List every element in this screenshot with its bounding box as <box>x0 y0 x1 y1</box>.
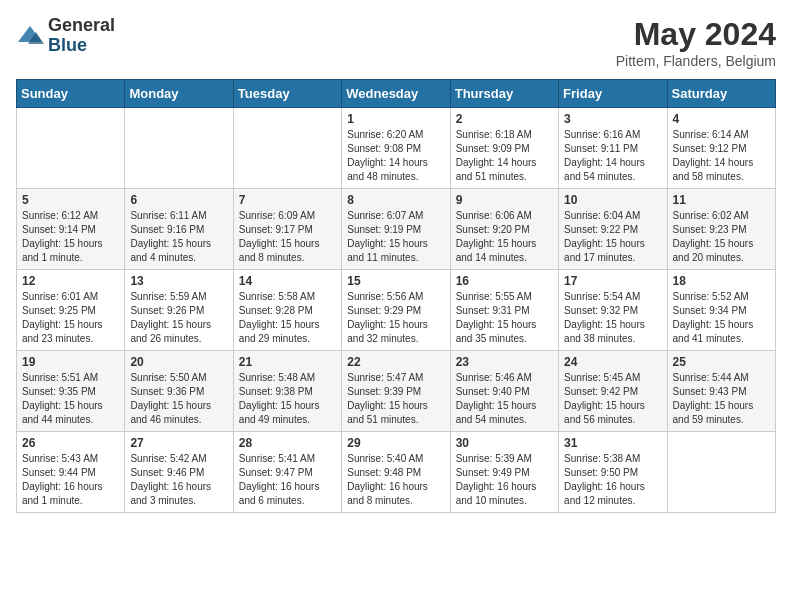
calendar-day-8: 8Sunrise: 6:07 AM Sunset: 9:19 PM Daylig… <box>342 189 450 270</box>
calendar-day-22: 22Sunrise: 5:47 AM Sunset: 9:39 PM Dayli… <box>342 351 450 432</box>
calendar-day-3: 3Sunrise: 6:16 AM Sunset: 9:11 PM Daylig… <box>559 108 667 189</box>
day-content: Sunrise: 6:01 AM Sunset: 9:25 PM Dayligh… <box>22 290 119 346</box>
day-number: 15 <box>347 274 444 288</box>
calendar-day-5: 5Sunrise: 6:12 AM Sunset: 9:14 PM Daylig… <box>17 189 125 270</box>
logo-text: General Blue <box>48 16 115 56</box>
calendar-table: SundayMondayTuesdayWednesdayThursdayFrid… <box>16 79 776 513</box>
day-content: Sunrise: 5:47 AM Sunset: 9:39 PM Dayligh… <box>347 371 444 427</box>
day-header-friday: Friday <box>559 80 667 108</box>
day-number: 24 <box>564 355 661 369</box>
calendar-day-4: 4Sunrise: 6:14 AM Sunset: 9:12 PM Daylig… <box>667 108 775 189</box>
day-number: 7 <box>239 193 336 207</box>
calendar-empty-cell <box>233 108 341 189</box>
title-block: May 2024 Pittem, Flanders, Belgium <box>616 16 776 69</box>
day-content: Sunrise: 5:54 AM Sunset: 9:32 PM Dayligh… <box>564 290 661 346</box>
calendar-empty-cell <box>667 432 775 513</box>
calendar-day-17: 17Sunrise: 5:54 AM Sunset: 9:32 PM Dayli… <box>559 270 667 351</box>
day-number: 23 <box>456 355 553 369</box>
day-content: Sunrise: 6:04 AM Sunset: 9:22 PM Dayligh… <box>564 209 661 265</box>
day-number: 9 <box>456 193 553 207</box>
calendar-day-6: 6Sunrise: 6:11 AM Sunset: 9:16 PM Daylig… <box>125 189 233 270</box>
day-header-tuesday: Tuesday <box>233 80 341 108</box>
day-content: Sunrise: 5:46 AM Sunset: 9:40 PM Dayligh… <box>456 371 553 427</box>
logo-general-text: General <box>48 16 115 36</box>
day-content: Sunrise: 5:42 AM Sunset: 9:46 PM Dayligh… <box>130 452 227 508</box>
day-number: 2 <box>456 112 553 126</box>
calendar-day-28: 28Sunrise: 5:41 AM Sunset: 9:47 PM Dayli… <box>233 432 341 513</box>
calendar-day-1: 1Sunrise: 6:20 AM Sunset: 9:08 PM Daylig… <box>342 108 450 189</box>
day-content: Sunrise: 6:18 AM Sunset: 9:09 PM Dayligh… <box>456 128 553 184</box>
calendar-day-21: 21Sunrise: 5:48 AM Sunset: 9:38 PM Dayli… <box>233 351 341 432</box>
day-number: 3 <box>564 112 661 126</box>
day-header-thursday: Thursday <box>450 80 558 108</box>
day-content: Sunrise: 6:14 AM Sunset: 9:12 PM Dayligh… <box>673 128 770 184</box>
logo-icon <box>16 22 44 50</box>
day-number: 18 <box>673 274 770 288</box>
day-content: Sunrise: 5:55 AM Sunset: 9:31 PM Dayligh… <box>456 290 553 346</box>
day-number: 12 <box>22 274 119 288</box>
day-content: Sunrise: 6:07 AM Sunset: 9:19 PM Dayligh… <box>347 209 444 265</box>
day-number: 27 <box>130 436 227 450</box>
day-number: 14 <box>239 274 336 288</box>
day-content: Sunrise: 6:20 AM Sunset: 9:08 PM Dayligh… <box>347 128 444 184</box>
calendar-day-18: 18Sunrise: 5:52 AM Sunset: 9:34 PM Dayli… <box>667 270 775 351</box>
logo-blue-text: Blue <box>48 36 115 56</box>
calendar-week-row: 1Sunrise: 6:20 AM Sunset: 9:08 PM Daylig… <box>17 108 776 189</box>
day-number: 4 <box>673 112 770 126</box>
day-number: 8 <box>347 193 444 207</box>
day-content: Sunrise: 6:12 AM Sunset: 9:14 PM Dayligh… <box>22 209 119 265</box>
day-content: Sunrise: 5:52 AM Sunset: 9:34 PM Dayligh… <box>673 290 770 346</box>
calendar-empty-cell <box>125 108 233 189</box>
day-content: Sunrise: 6:11 AM Sunset: 9:16 PM Dayligh… <box>130 209 227 265</box>
day-content: Sunrise: 5:40 AM Sunset: 9:48 PM Dayligh… <box>347 452 444 508</box>
day-number: 1 <box>347 112 444 126</box>
calendar-day-29: 29Sunrise: 5:40 AM Sunset: 9:48 PM Dayli… <box>342 432 450 513</box>
day-content: Sunrise: 5:58 AM Sunset: 9:28 PM Dayligh… <box>239 290 336 346</box>
day-number: 5 <box>22 193 119 207</box>
calendar-day-9: 9Sunrise: 6:06 AM Sunset: 9:20 PM Daylig… <box>450 189 558 270</box>
calendar-day-12: 12Sunrise: 6:01 AM Sunset: 9:25 PM Dayli… <box>17 270 125 351</box>
day-content: Sunrise: 6:09 AM Sunset: 9:17 PM Dayligh… <box>239 209 336 265</box>
day-header-sunday: Sunday <box>17 80 125 108</box>
day-content: Sunrise: 5:43 AM Sunset: 9:44 PM Dayligh… <box>22 452 119 508</box>
calendar-day-25: 25Sunrise: 5:44 AM Sunset: 9:43 PM Dayli… <box>667 351 775 432</box>
calendar-empty-cell <box>17 108 125 189</box>
page-header: General Blue May 2024 Pittem, Flanders, … <box>16 16 776 69</box>
day-number: 30 <box>456 436 553 450</box>
calendar-day-30: 30Sunrise: 5:39 AM Sunset: 9:49 PM Dayli… <box>450 432 558 513</box>
day-number: 10 <box>564 193 661 207</box>
calendar-day-11: 11Sunrise: 6:02 AM Sunset: 9:23 PM Dayli… <box>667 189 775 270</box>
day-content: Sunrise: 5:39 AM Sunset: 9:49 PM Dayligh… <box>456 452 553 508</box>
calendar-week-row: 5Sunrise: 6:12 AM Sunset: 9:14 PM Daylig… <box>17 189 776 270</box>
calendar-day-10: 10Sunrise: 6:04 AM Sunset: 9:22 PM Dayli… <box>559 189 667 270</box>
day-number: 28 <box>239 436 336 450</box>
calendar-week-row: 12Sunrise: 6:01 AM Sunset: 9:25 PM Dayli… <box>17 270 776 351</box>
day-number: 11 <box>673 193 770 207</box>
day-number: 6 <box>130 193 227 207</box>
calendar-day-20: 20Sunrise: 5:50 AM Sunset: 9:36 PM Dayli… <box>125 351 233 432</box>
day-number: 13 <box>130 274 227 288</box>
day-content: Sunrise: 6:02 AM Sunset: 9:23 PM Dayligh… <box>673 209 770 265</box>
day-content: Sunrise: 5:38 AM Sunset: 9:50 PM Dayligh… <box>564 452 661 508</box>
day-header-wednesday: Wednesday <box>342 80 450 108</box>
day-content: Sunrise: 5:56 AM Sunset: 9:29 PM Dayligh… <box>347 290 444 346</box>
calendar-week-row: 19Sunrise: 5:51 AM Sunset: 9:35 PM Dayli… <box>17 351 776 432</box>
day-number: 26 <box>22 436 119 450</box>
calendar-week-row: 26Sunrise: 5:43 AM Sunset: 9:44 PM Dayli… <box>17 432 776 513</box>
day-number: 25 <box>673 355 770 369</box>
day-header-monday: Monday <box>125 80 233 108</box>
day-content: Sunrise: 6:16 AM Sunset: 9:11 PM Dayligh… <box>564 128 661 184</box>
calendar-day-16: 16Sunrise: 5:55 AM Sunset: 9:31 PM Dayli… <box>450 270 558 351</box>
calendar-day-14: 14Sunrise: 5:58 AM Sunset: 9:28 PM Dayli… <box>233 270 341 351</box>
calendar-day-19: 19Sunrise: 5:51 AM Sunset: 9:35 PM Dayli… <box>17 351 125 432</box>
day-number: 29 <box>347 436 444 450</box>
day-number: 17 <box>564 274 661 288</box>
day-number: 19 <box>22 355 119 369</box>
day-content: Sunrise: 5:59 AM Sunset: 9:26 PM Dayligh… <box>130 290 227 346</box>
day-content: Sunrise: 5:50 AM Sunset: 9:36 PM Dayligh… <box>130 371 227 427</box>
calendar-day-31: 31Sunrise: 5:38 AM Sunset: 9:50 PM Dayli… <box>559 432 667 513</box>
calendar-day-7: 7Sunrise: 6:09 AM Sunset: 9:17 PM Daylig… <box>233 189 341 270</box>
calendar-day-15: 15Sunrise: 5:56 AM Sunset: 9:29 PM Dayli… <box>342 270 450 351</box>
day-content: Sunrise: 5:41 AM Sunset: 9:47 PM Dayligh… <box>239 452 336 508</box>
day-number: 21 <box>239 355 336 369</box>
